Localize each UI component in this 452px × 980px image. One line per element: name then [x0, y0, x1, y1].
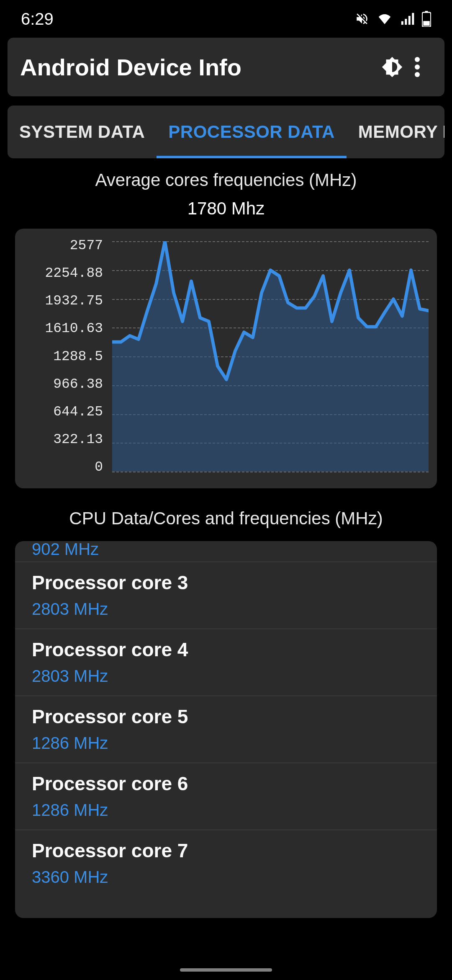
tab-bar: SYSTEM DATA PROCESSOR DATA MEMORY DATA — [8, 106, 444, 158]
cores-title: CPU Data/Cores and frequencies (MHz) — [0, 508, 452, 529]
core-freq: 1286 MHz — [32, 801, 420, 820]
overflow-menu-button[interactable] — [407, 57, 428, 77]
core-item: Processor core 6 1286 MHz — [15, 763, 437, 830]
svg-rect-3 — [412, 13, 414, 25]
svg-point-8 — [415, 64, 420, 70]
status-time: 6:29 — [21, 10, 54, 28]
core-freq: 2803 MHz — [32, 600, 420, 619]
svg-point-7 — [415, 57, 420, 62]
svg-rect-6 — [423, 21, 430, 26]
svg-rect-0 — [401, 21, 403, 25]
cores-list[interactable]: 902 MHz Processor core 3 2803 MHz Proces… — [15, 541, 437, 918]
svg-rect-2 — [408, 16, 411, 25]
chart-y-axis: 2577 2254.88 1932.75 1610.63 1288.5 966.… — [23, 238, 107, 475]
avg-value: 1780 Mhz — [0, 199, 452, 219]
mute-icon — [355, 12, 369, 26]
avg-title: Average cores frequencies (MHz) — [0, 170, 452, 190]
chart-card: 2577 2254.88 1932.75 1610.63 1288.5 966.… — [15, 229, 437, 488]
core-freq-partial: 902 MHz — [32, 541, 99, 559]
core-item: Processor core 3 2803 MHz — [15, 562, 437, 629]
core-item-partial: 902 MHz — [15, 541, 437, 562]
app-bar: Android Device Info — [8, 38, 444, 96]
theme-toggle-button[interactable] — [378, 55, 407, 79]
svg-rect-1 — [405, 19, 407, 25]
tab-system-data[interactable]: SYSTEM DATA — [8, 106, 157, 158]
core-name: Processor core 6 — [32, 772, 420, 795]
battery-icon — [422, 11, 431, 27]
core-freq: 1286 MHz — [32, 734, 420, 753]
core-name: Processor core 4 — [32, 638, 420, 661]
brightness-icon — [380, 55, 404, 79]
core-item: Processor core 5 1286 MHz — [15, 696, 437, 763]
chart-plot — [112, 241, 429, 472]
nav-pill[interactable] — [180, 968, 272, 972]
core-name: Processor core 3 — [32, 571, 420, 594]
core-item: Processor core 7 3360 MHz — [15, 830, 437, 897]
core-name: Processor core 5 — [32, 705, 420, 728]
core-freq: 2803 MHz — [32, 667, 420, 686]
signal-icon — [400, 12, 414, 26]
app-title: Android Device Info — [20, 54, 378, 81]
svg-rect-5 — [425, 11, 428, 13]
core-item: Processor core 4 2803 MHz — [15, 629, 437, 696]
tab-processor-data[interactable]: PROCESSOR DATA — [157, 106, 346, 158]
more-vert-icon — [415, 57, 420, 77]
wifi-icon — [377, 12, 393, 26]
status-icons — [355, 11, 431, 27]
status-bar: 6:29 — [0, 0, 452, 38]
core-freq: 3360 MHz — [32, 868, 420, 887]
svg-point-9 — [415, 72, 420, 77]
core-name: Processor core 7 — [32, 839, 420, 862]
tab-memory-data[interactable]: MEMORY DATA — [347, 106, 444, 158]
